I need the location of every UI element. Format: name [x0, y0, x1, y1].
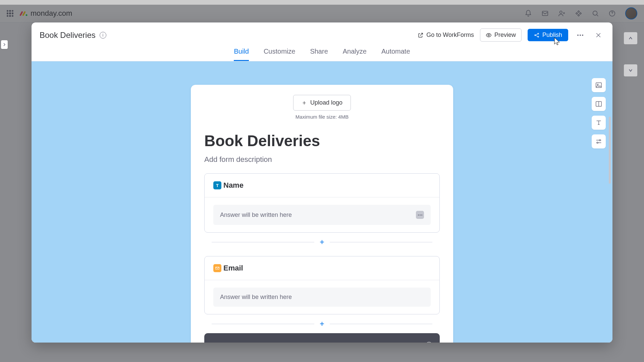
- layout-icon: [595, 100, 602, 108]
- divider-line: [212, 242, 314, 242]
- chevron-right-icon: [3, 43, 6, 46]
- svg-point-7: [538, 33, 539, 34]
- preview-label: Preview: [494, 32, 516, 39]
- sidebar-collapse-toggle[interactable]: [1, 40, 8, 49]
- upload-hint: Maximum file size: 4MB: [204, 114, 440, 120]
- go-to-workforms-label: Go to WorkForms: [426, 32, 474, 39]
- divider-line: [330, 242, 432, 242]
- add-question-button[interactable]: +: [320, 237, 324, 247]
- form-card: Upload logo Maximum file size: 4MB Book …: [191, 85, 453, 343]
- answer-field[interactable]: Answer will be written here: [213, 205, 431, 225]
- locked-info-icon[interactable]: i: [425, 342, 433, 343]
- add-question-divider-1: +: [212, 237, 432, 247]
- tab-build[interactable]: Build: [234, 48, 249, 61]
- background-controls: [624, 32, 637, 97]
- eye-icon: [486, 32, 492, 38]
- tool-layout[interactable]: [592, 97, 606, 111]
- svg-point-12: [599, 140, 601, 141]
- locked-question-banner: Question type locked i: [204, 333, 440, 343]
- locked-message: Question type locked: [294, 342, 360, 343]
- svg-point-10: [597, 84, 598, 85]
- close-icon: [595, 32, 602, 39]
- more-options-button[interactable]: [574, 29, 586, 41]
- form-editor-modal: Book Deliveries i Go to WorkForms Previe…: [32, 22, 612, 343]
- plus-icon: [302, 100, 307, 106]
- question-header: Email: [205, 256, 439, 280]
- mouse-cursor-icon: [553, 37, 561, 46]
- question-header: T Name: [205, 174, 439, 197]
- svg-rect-9: [596, 83, 602, 88]
- answer-placeholder: Answer will be written here: [220, 294, 292, 301]
- form-description[interactable]: Add form description: [204, 155, 440, 164]
- svg-point-5: [488, 34, 490, 36]
- tab-analyze[interactable]: Analyze: [343, 48, 367, 61]
- answer-placeholder: Answer will be written here: [220, 212, 292, 219]
- modal-tabs: Build Customize Share Analyze Automate: [32, 42, 612, 61]
- modal-actions: Go to WorkForms Preview Publish: [418, 28, 604, 42]
- email-type-icon: [213, 264, 221, 272]
- divider-line: [330, 324, 432, 324]
- tool-settings[interactable]: [592, 134, 606, 148]
- external-link-icon: [418, 32, 424, 38]
- browser-chrome: [0, 0, 644, 5]
- info-icon[interactable]: i: [100, 32, 106, 39]
- upload-logo-label: Upload logo: [310, 99, 342, 106]
- bg-stub-1: [624, 32, 637, 44]
- more-icon: [577, 35, 584, 36]
- modal-header: Book Deliveries i Go to WorkForms Previe…: [32, 22, 612, 42]
- modal-title: Book Deliveries: [40, 31, 96, 40]
- bg-stub-2: [624, 64, 637, 76]
- add-question-button[interactable]: +: [320, 319, 324, 328]
- answer-field[interactable]: Answer will be written here: [213, 288, 431, 307]
- question-email-label: Email: [223, 264, 243, 273]
- svg-point-13: [597, 142, 598, 143]
- question-body: Answer will be written here: [205, 197, 439, 232]
- divider-line: [212, 324, 314, 324]
- canvas-area: Upload logo Maximum file size: 4MB Book …: [32, 61, 612, 343]
- tab-share[interactable]: Share: [310, 48, 328, 61]
- image-icon: [595, 81, 602, 89]
- preview-button[interactable]: Preview: [480, 28, 522, 42]
- side-tools: [592, 78, 606, 148]
- question-body: Answer will be written here: [205, 280, 439, 314]
- scrollbar[interactable]: [609, 117, 611, 184]
- sliders-icon: [595, 138, 602, 145]
- text-type-icon: T: [213, 181, 221, 189]
- tool-image[interactable]: [592, 78, 606, 92]
- tool-text[interactable]: [592, 116, 606, 130]
- svg-point-6: [535, 35, 536, 36]
- question-name[interactable]: T Name Answer will be written here: [204, 173, 440, 233]
- field-options-icon[interactable]: [416, 211, 424, 219]
- upload-logo-button[interactable]: Upload logo: [293, 95, 351, 111]
- question-email[interactable]: Email Answer will be written here: [204, 256, 440, 314]
- add-question-divider-2: +: [212, 319, 432, 328]
- go-to-workforms-link[interactable]: Go to WorkForms: [418, 32, 474, 39]
- text-icon: [595, 119, 602, 126]
- tab-customize[interactable]: Customize: [264, 48, 295, 61]
- question-name-label: Name: [223, 181, 244, 190]
- close-button[interactable]: [592, 29, 604, 41]
- form-heading[interactable]: Book Deliveries: [204, 132, 440, 150]
- tab-automate[interactable]: Automate: [381, 48, 410, 61]
- svg-point-8: [538, 36, 539, 37]
- share-nodes-icon: [534, 32, 540, 38]
- publish-button[interactable]: Publish: [528, 29, 568, 41]
